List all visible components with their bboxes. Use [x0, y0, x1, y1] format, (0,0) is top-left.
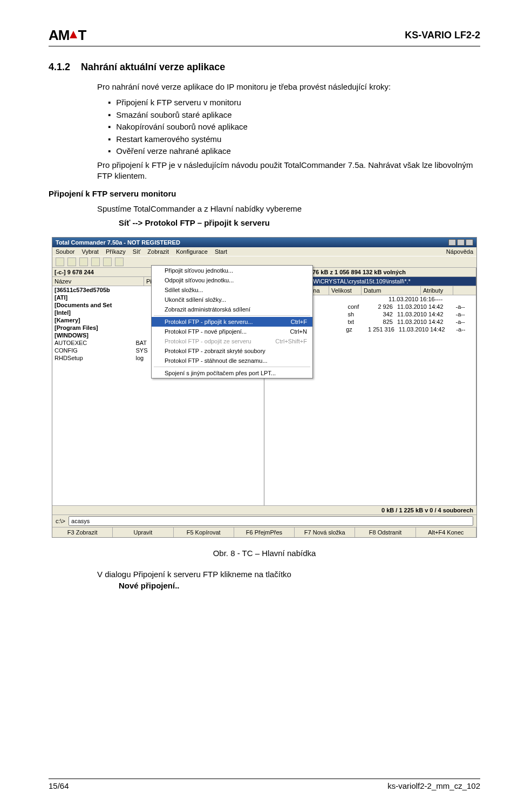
col[interactable]: Velikost — [329, 286, 362, 295]
page-number: 15/64 — [49, 781, 69, 790]
toolbar-icon[interactable] — [67, 258, 76, 266]
section-number: 4.1.2 — [49, 62, 70, 72]
col-name[interactable]: Název — [52, 277, 144, 286]
context-menu-item[interactable]: Zobrazit administrátorská sdílení — [152, 304, 312, 314]
context-menu-item[interactable]: Protokol FTP - připojit k serveru...Ctrl… — [152, 317, 312, 327]
function-key-bar: F3 Zobrazit Upravit F5 Kopírovat F6 Přej… — [52, 527, 476, 537]
context-menu-item[interactable]: Odpojit síťovou jednotku... — [152, 275, 312, 285]
menu-separator — [154, 367, 310, 367]
fkey-button[interactable]: F5 Kopírovat — [174, 527, 234, 537]
menu-item[interactable]: Vybrat — [82, 248, 99, 255]
menu-path: Síť --> Protokol FTP – připojit k server… — [119, 218, 480, 227]
fkey-button[interactable]: F3 Zobrazit — [52, 527, 113, 537]
fkey-button[interactable]: Alt+F4 Konec — [416, 527, 476, 537]
window-buttons — [448, 239, 473, 246]
fkey-button[interactable]: Upravit — [113, 527, 173, 537]
doc-code: ks-variolf2-2_mm_cz_102 — [387, 781, 480, 790]
menu-separator — [154, 315, 310, 316]
toolbar-icon[interactable] — [103, 258, 112, 266]
context-menu-item[interactable]: Připojit síťovou jednotku... — [152, 266, 312, 275]
logo-part-a: AM — [49, 27, 69, 44]
toolbar-icon[interactable] — [79, 258, 88, 266]
context-menu-item[interactable]: Sdílet složku... — [152, 285, 312, 295]
intro-text: Pro nahrání nové verze aplikace do IP mo… — [97, 82, 480, 92]
menu-item[interactable]: Konfigurace — [176, 248, 208, 255]
prompt-input[interactable] — [69, 516, 473, 526]
context-menu-item: Protokol FTP - odpojit ze serveruCtrl+Sh… — [152, 336, 312, 346]
bullet-list: Připojení k FTP serveru v monitoru Smazá… — [108, 97, 480, 158]
section-heading: 4.1.2 Nahrání aktuální verze aplikace — [49, 62, 480, 73]
logo: AM T — [49, 27, 86, 44]
menu-item[interactable]: Soubor — [56, 248, 74, 255]
menu-item[interactable]: Zobrazit — [147, 248, 169, 255]
fkey-button[interactable]: F6 PřejmPřes — [234, 527, 295, 537]
col[interactable]: Atributy — [421, 286, 453, 295]
fkey-button[interactable]: F7 Nová složka — [295, 527, 355, 537]
bullet-item: Připojení k FTP serveru v monitoru — [108, 97, 480, 109]
window-title: Total Commander 7.50a - NOT REGISTERED — [56, 239, 180, 246]
toolbar-icon[interactable] — [115, 258, 124, 266]
context-menu-item[interactable]: Spojení s jiným počítačem přes port LPT.… — [152, 368, 312, 378]
menu-item[interactable]: Síť — [133, 248, 141, 255]
bullet-item: Restart kamerového systému — [108, 133, 480, 146]
close-button[interactable] — [466, 239, 473, 246]
maximize-button[interactable] — [457, 239, 465, 246]
context-menu-item[interactable]: Protokol FTP - stáhnout dle seznamu... — [152, 356, 312, 366]
after-bullets-text: Pro připojení k FTP je v následujícím ná… — [97, 160, 480, 182]
titlebar[interactable]: Total Commander 7.50a - NOT REGISTERED — [52, 238, 476, 247]
status-bar: 0 kB / 1 225 kB v 0 / 4 souborech — [52, 505, 476, 515]
page-footer: 15/64 ks-variolf2-2_mm_cz_102 — [49, 779, 480, 790]
toolbar-icon[interactable] — [56, 258, 64, 266]
minimize-button[interactable] — [448, 239, 456, 246]
context-menu-item[interactable]: Protokol FTP - nové připojení...Ctrl+N — [152, 327, 312, 336]
body-line: Spustíme TotalCommander a z Hlavní nabíd… — [97, 204, 480, 214]
command-prompt: c:\> — [52, 515, 476, 527]
menu-item[interactable]: Příkazy — [106, 248, 126, 255]
prompt-label: c:\> — [56, 518, 65, 524]
bullet-item: Ověření verze nahrané aplikace — [108, 145, 480, 158]
context-menu-item[interactable]: Ukončit sdílení složky... — [152, 295, 312, 304]
doc-id: KS-VARIO LF2-2 — [405, 30, 480, 41]
closing-bold: Nové připojení.. — [119, 581, 480, 590]
context-menu-item[interactable]: Protokol FTP - zobrazit skryté soubory — [152, 346, 312, 356]
toolbar-icon[interactable] — [91, 258, 100, 266]
subheading: Připojení k FTP serveru monitoru — [49, 189, 480, 198]
menu-bar: Soubor Vybrat Příkazy Síť Zobrazit Konfi… — [52, 247, 476, 256]
page-header: AM T KS-VARIO LF2-2 — [49, 27, 480, 46]
menu-help[interactable]: Nápověda — [446, 248, 473, 255]
closing-text: V dialogu Připojení k serveru FTP klikne… — [97, 570, 480, 579]
context-menu: Připojit síťovou jednotku...Odpojit síťo… — [151, 265, 313, 378]
bullet-item: Nakopírování souborů nové aplikace — [108, 121, 480, 133]
col[interactable]: Datum — [362, 286, 421, 295]
fkey-button[interactable]: F8 Odstranit — [355, 527, 415, 537]
menu-item[interactable]: Start — [215, 248, 227, 255]
bullet-item: Smazání souborů staré aplikace — [108, 109, 480, 121]
logo-triangle-icon — [70, 31, 77, 38]
figure-caption: Obr. 8 - TC – Hlavní nabídka — [49, 549, 480, 558]
section-title: Nahrání aktuální verze aplikace — [81, 62, 225, 72]
logo-part-b: T — [78, 27, 86, 44]
